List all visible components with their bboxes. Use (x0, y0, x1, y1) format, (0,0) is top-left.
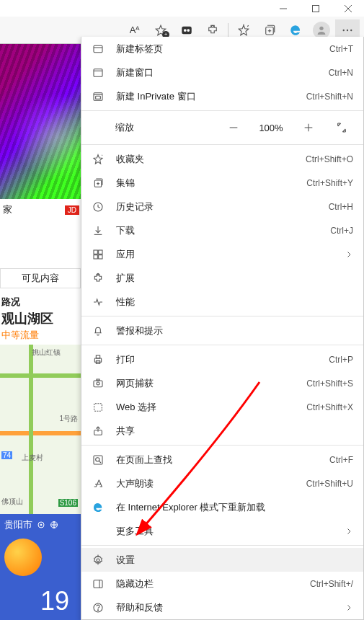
menu-item-shortcut: Ctrl+H (329, 202, 353, 212)
apps-icon (92, 249, 105, 260)
menu-sidebar[interactable]: 隐藏边栏 Ctrl+Shift+/ (81, 572, 363, 595)
svg-point-57 (97, 559, 99, 562)
menu-print[interactable]: 打印 Ctrl+P (81, 347, 363, 371)
menu-apps[interactable]: 应用 (81, 242, 363, 266)
weather-city-row: 贵阳市 (4, 518, 76, 531)
menu-separator (81, 545, 363, 546)
menu-item-shortcut: Ctrl+F (329, 455, 353, 465)
fullscreen-button[interactable] (330, 122, 353, 133)
menu-item-label: 设置 (116, 554, 353, 567)
menu-item-label: 帮助和反馈 (116, 601, 333, 614)
traffic-map[interactable]: 挑山红镇 1号路 上麦村 74 佛顶山 S106 (0, 345, 81, 514)
menu-new-tab[interactable]: 新建标签页 Ctrl+T (81, 37, 363, 61)
menu-zoom-row: 缩放 100% (81, 113, 363, 142)
svg-rect-58 (94, 580, 102, 588)
menu-item-shortcut: Ctrl+Shift+/ (310, 579, 353, 589)
settings-menu: 新建标签页 Ctrl+T 新建窗口 Ctrl+N 新建 InPrivate 窗口… (81, 37, 364, 620)
menu-share[interactable]: 共享 (81, 419, 363, 443)
menu-item-label: 收藏夹 (116, 153, 294, 166)
traffic-heading: 路况 (0, 296, 81, 309)
menu-new-inprivate[interactable]: 新建 InPrivate 窗口 Ctrl+Shift+N (81, 84, 363, 108)
sun-icon (4, 539, 42, 576)
extensions-icon (92, 273, 105, 284)
svg-marker-32 (94, 155, 102, 164)
menu-item-label: 扩展 (116, 272, 353, 285)
svg-point-16 (343, 29, 345, 30)
menu-performance[interactable]: 性能 (81, 290, 363, 314)
help-icon (92, 602, 105, 614)
svg-rect-53 (94, 456, 102, 464)
svg-rect-24 (94, 68, 102, 76)
svg-rect-28 (96, 96, 101, 99)
menu-downloads[interactable]: 下载 Ctrl+J (81, 218, 363, 242)
svg-rect-5 (182, 26, 192, 34)
menu-webselect[interactable]: Web 选择 Ctrl+Shift+X (81, 395, 363, 419)
readaloud-icon (92, 478, 105, 490)
menu-collections[interactable]: 集锦 Ctrl+Shift+Y (81, 171, 363, 195)
star-icon (92, 154, 105, 165)
svg-rect-50 (97, 379, 99, 381)
new-tab-icon (92, 43, 105, 55)
menu-settings[interactable]: 设置 (81, 548, 363, 572)
news-item[interactable]: 家 JD (0, 199, 81, 221)
menu-favorites[interactable]: 收藏夹 Ctrl+Shift+O (81, 147, 363, 171)
menu-item-label: 性能 (116, 296, 353, 309)
menu-item-label: 在 Internet Explorer 模式下重新加载 (116, 501, 353, 514)
svg-line-55 (99, 461, 101, 463)
visible-content-button[interactable]: 可见内容 (0, 268, 81, 288)
svg-rect-22 (94, 45, 102, 52)
menu-item-label: 网页捕获 (116, 377, 295, 390)
menu-separator (81, 316, 363, 316)
zoom-in-button[interactable] (297, 117, 320, 138)
new-window-icon (92, 67, 105, 79)
svg-rect-1 (312, 5, 319, 12)
performance-icon (92, 296, 105, 308)
weather-temp: 19 (40, 586, 69, 616)
svg-point-18 (350, 29, 352, 30)
menu-new-window[interactable]: 新建窗口 Ctrl+N (81, 61, 363, 84)
menu-item-shortcut: Ctrl+T (329, 44, 353, 54)
map-label-1haolu: 1号路 (59, 414, 78, 424)
visible-content-label: 可见内容 (22, 272, 59, 285)
menu-item-shortcut: Ctrl+N (329, 68, 353, 78)
menu-item-shortcut: Ctrl+P (329, 355, 353, 365)
menu-item-label: 集锦 (116, 177, 295, 190)
minimize-button[interactable] (267, 0, 299, 17)
map-label-xianhongzhen: 挑山红镇 (32, 347, 61, 358)
weather-city-label: 贵阳市 (4, 518, 32, 531)
traffic-city: 观山湖区 (0, 310, 81, 327)
inprivate-icon (92, 91, 105, 102)
menu-alerts[interactable]: 警报和提示 (81, 319, 363, 342)
menu-item-label: 隐藏边栏 (116, 577, 298, 590)
history-icon (92, 201, 105, 213)
menu-item-shortcut: Ctrl+J (330, 226, 353, 236)
svg-point-17 (347, 29, 348, 30)
menu-extensions[interactable]: 扩展 (81, 266, 363, 290)
zoom-out-button[interactable] (222, 117, 245, 138)
jd-badge: JD (65, 205, 79, 215)
menu-readaloud[interactable]: 大声朗读 Ctrl+Shift+U (81, 471, 363, 495)
menu-item-label: 应用 (116, 248, 333, 261)
svg-point-15 (319, 26, 323, 30)
chevron-right-icon (345, 527, 353, 536)
hero-image (0, 44, 81, 199)
zoom-value: 100% (255, 123, 287, 133)
menu-iemode[interactable]: 在 Internet Explorer 模式下重新加载 (81, 495, 363, 519)
menu-item-label: 在页面上查找 (116, 453, 318, 466)
menu-webcapture[interactable]: 网页捕获 Ctrl+Shift+S (81, 371, 363, 395)
menu-separator (81, 345, 363, 345)
weather-card[interactable]: 贵阳市 19 (0, 514, 81, 620)
maximize-button[interactable] (299, 0, 332, 17)
menu-moretools[interactable]: 更多工具 (81, 519, 363, 543)
webselect-icon (92, 402, 105, 413)
menu-help[interactable]: 帮助和反馈 (81, 595, 363, 619)
menu-item-shortcut: Ctrl+Shift+N (306, 92, 353, 102)
menu-item-shortcut: Ctrl+Shift+Y (306, 178, 353, 188)
svg-point-49 (97, 382, 99, 385)
menu-separator (81, 445, 363, 446)
menu-find[interactable]: 在页面上查找 Ctrl+F (81, 448, 363, 471)
close-button[interactable] (332, 0, 364, 17)
printer-icon (92, 354, 105, 366)
menu-item-label: 共享 (116, 425, 353, 438)
menu-history[interactable]: 历史记录 Ctrl+H (81, 195, 363, 218)
